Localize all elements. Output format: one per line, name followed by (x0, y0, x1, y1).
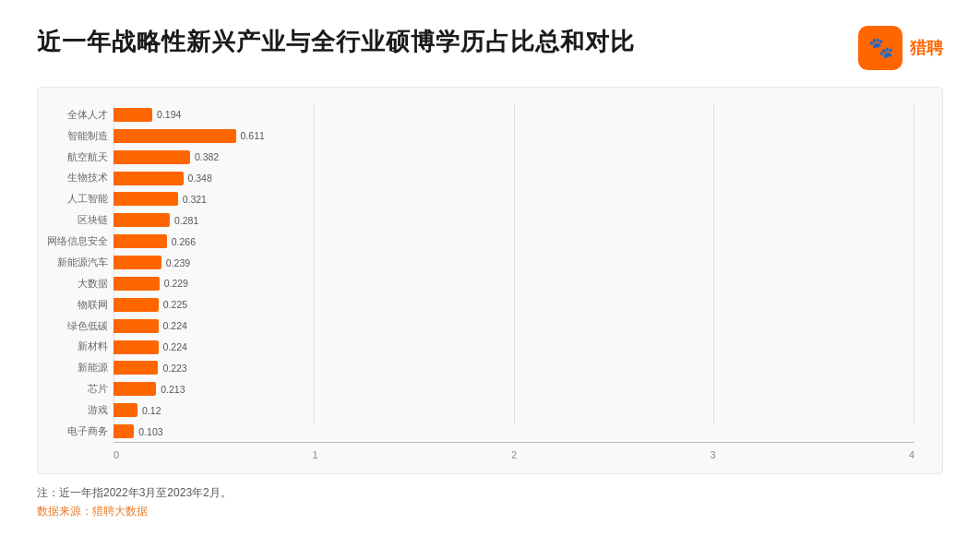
bar-row: 0.213 (114, 380, 914, 399)
y-label: 绿色低碳 (47, 320, 114, 332)
bar-value-label: 0.321 (183, 194, 207, 205)
bar (114, 172, 184, 185)
bar-row: 0.223 (114, 359, 914, 377)
bar (114, 192, 178, 206)
y-label: 游戏 (47, 404, 114, 416)
bar-value-label: 0.223 (162, 363, 186, 374)
y-label: 区块链 (47, 214, 114, 226)
bar (114, 403, 137, 417)
bar (114, 129, 236, 143)
bar (114, 108, 152, 122)
x-tick: 2 (511, 449, 517, 460)
y-label: 人工智能 (47, 193, 114, 205)
bar-value-label: 0.281 (174, 215, 198, 226)
bar-value-label: 0.611 (241, 130, 265, 141)
y-label: 芯片 (47, 383, 114, 395)
bar-value-label: 0.229 (164, 278, 188, 289)
chart-area: 0.1940.6110.3820.3480.3210.2810.2660.239… (114, 104, 914, 460)
bar-row: 0.348 (114, 169, 914, 187)
bar-value-label: 0.348 (188, 173, 212, 184)
bar-value-label: 0.224 (163, 320, 187, 331)
bar-value-label: 0.266 (172, 236, 196, 247)
header: 近一年战略性新兴产业与全行业硕博学历占比总和对比 🐾 猎聘 (37, 26, 943, 70)
logo-text: 猎聘 (910, 37, 943, 59)
chart-inner: 全体人才智能制造航空航天生物技术人工智能区块链网络信息安全新能源汽车大数据物联网… (47, 104, 914, 460)
bar (114, 319, 159, 333)
bar-row: 0.382 (114, 148, 914, 166)
bar-row: 0.239 (114, 254, 914, 272)
bar-row: 0.194 (114, 105, 914, 124)
y-label: 大数据 (47, 278, 114, 290)
footnote-note: 注：近一年指2022年3月至2023年2月。 (37, 483, 943, 502)
chart-container: 全体人才智能制造航空航天生物技术人工智能区块链网络信息安全新能源汽车大数据物联网… (37, 87, 943, 474)
bar (114, 277, 160, 291)
bar-row: 0.224 (114, 338, 914, 356)
bar-row: 0.266 (114, 232, 914, 251)
y-label: 新能源汽车 (47, 256, 114, 268)
y-label: 新能源 (47, 362, 114, 374)
bar (114, 256, 161, 269)
x-tick: 4 (909, 449, 914, 460)
bar-value-label: 0.12 (142, 405, 161, 416)
page-title: 近一年战略性新兴产业与全行业硕博学历占比总和对比 (37, 26, 635, 58)
y-label: 电子商务 (47, 425, 114, 437)
x-tick: 3 (710, 449, 715, 460)
footnote-source: 数据来源：猎聘大数据 (37, 502, 943, 520)
y-label: 物联网 (47, 299, 114, 311)
x-tick: 1 (312, 449, 317, 460)
bar-row: 0.103 (114, 423, 914, 441)
bar-value-label: 0.213 (161, 384, 185, 395)
bar (114, 424, 134, 438)
bar-row: 0.225 (114, 295, 914, 314)
bar-value-label: 0.225 (163, 299, 187, 310)
bar-value-label: 0.239 (166, 257, 190, 268)
x-tick: 0 (114, 449, 119, 460)
bar (114, 382, 156, 396)
y-labels: 全体人才智能制造航空航天生物技术人工智能区块链网络信息安全新能源汽车大数据物联网… (47, 104, 114, 460)
logo-area: 🐾 猎聘 (858, 26, 943, 70)
y-label: 全体人才 (47, 109, 114, 121)
bar-row: 0.12 (114, 401, 914, 420)
logo-icon: 🐾 (858, 26, 902, 70)
bar-row: 0.321 (114, 190, 914, 208)
bar-value-label: 0.194 (157, 109, 181, 120)
bar (114, 234, 167, 248)
bar-value-label: 0.382 (195, 151, 219, 162)
y-label: 智能制造 (47, 130, 114, 142)
bar-row: 0.611 (114, 126, 914, 145)
y-label: 网络信息安全 (47, 235, 114, 247)
y-label: 新材料 (47, 340, 114, 352)
bar (114, 150, 190, 164)
bar (114, 298, 159, 312)
bar (114, 340, 159, 354)
bar-value-label: 0.224 (163, 341, 187, 352)
bar-row: 0.281 (114, 211, 914, 230)
page: 近一年战略性新兴产业与全行业硕博学历占比总和对比 🐾 猎聘 全体人才智能制造航空… (0, 0, 980, 548)
bar-row: 0.224 (114, 316, 914, 335)
x-axis: 01234 (114, 442, 914, 460)
y-label: 航空航天 (47, 151, 114, 163)
bar (114, 361, 158, 375)
bar-row: 0.229 (114, 274, 914, 292)
bars-wrapper: 0.1940.6110.3820.3480.3210.2810.2660.239… (114, 104, 914, 442)
bar-value-label: 0.103 (138, 426, 162, 437)
y-label: 生物技术 (47, 172, 114, 184)
footnotes: 注：近一年指2022年3月至2023年2月。 数据来源：猎聘大数据 (37, 483, 943, 521)
bar (114, 213, 170, 227)
